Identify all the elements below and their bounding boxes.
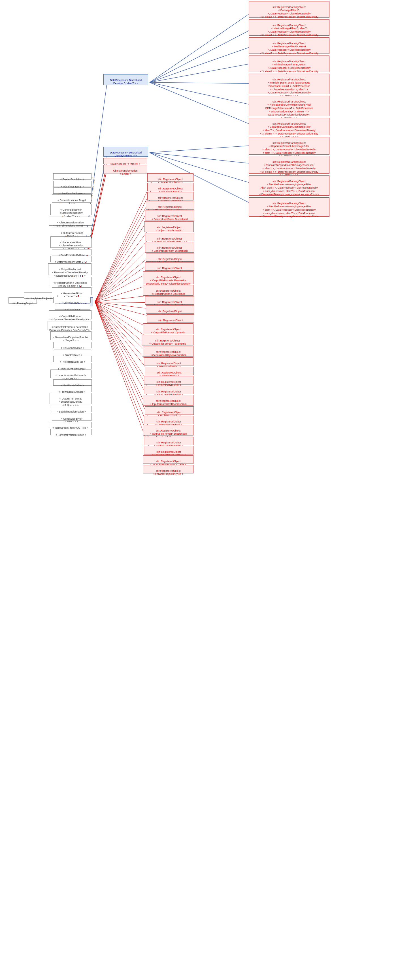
node-reg-output-file-format-data: stir::RegisteredObject < OutputFileForma…	[145, 233, 194, 241]
node-generalised-objective-function: < GeneralisedObjectiveFunction < TargetT…	[50, 331, 91, 340]
node-parsing-nonseparable-convolution: stir::RegisteredParsingObject < Nonsepar…	[249, 96, 329, 116]
node-scatter-simulation: < ScatterSimulation >	[53, 173, 91, 180]
node-output-file-format-discretised-3float: < OutputFileFormat < DiscretisedDensity …	[49, 393, 91, 404]
svg-line-9	[150, 63, 255, 83]
svg-line-33	[95, 295, 153, 302]
node-object-transformation-numdim: < ObjectTransformation < num_dimensions,…	[49, 216, 92, 226]
node-back-projector-by-bin: < BackProjectorByBin >	[52, 249, 91, 255]
node-generalised-prior-discretised: < GeneralisedPrior < DiscretisedDensity …	[50, 204, 91, 215]
svg-line-43	[95, 302, 149, 384]
node-bin-normalisation: < BinNormalisation >	[53, 342, 91, 348]
connections-svg	[0, 0, 415, 980]
node-reg-back-projector-by-bin: stir::RegisteredObject < BackProjectorBy…	[146, 253, 194, 262]
node-reg-output-file-format-parametric-discdenst: stir::RegisteredObject < OutputFileForma…	[142, 335, 193, 345]
node-reg-generalised-prior-data: stir::RegisteredObject < GeneralisedPrio…	[144, 446, 193, 455]
node-reg-output-file-format-parametric: stir::RegisteredObject < OutputFileForma…	[143, 271, 193, 284]
node-reg-reconstruction-target: stir::RegisteredObject < Reconstruction<…	[146, 201, 194, 210]
node-parsing-multiply-plane-scale: stir::RegisteredParsingObject < multiply…	[249, 74, 329, 94]
svg-line-37	[95, 302, 148, 327]
node-reconstruction-target: < Reconstruction< Target T > >	[52, 194, 91, 203]
node-shape3d: < Shape3D >	[55, 304, 90, 310]
node-reg-kinetic-model: stir::RegisteredObject < KineticModel >	[146, 305, 194, 314]
node-output-file-format-parametric-discdenst: < OutputFileFormat< Parametric Discretis…	[48, 321, 91, 330]
svg-line-48	[95, 302, 150, 431]
node-reg-input-stream-from-root: stir::RegisteredObject < InputStreamFrom…	[143, 455, 193, 464]
node-reg-rigid-object-3d-motion: stir::RegisteredObject < RigidObject3DMo…	[144, 386, 193, 394]
node-reg-scatter-simulation: stir::RegisteredObject < ScatterSimulati…	[147, 173, 193, 182]
node-proj-matrix-by-densel: < ProjMatrixByDensel >	[52, 386, 91, 392]
node-parsing-truncate-to-cylindrical: stir::RegisteredParsingObject < Truncate…	[249, 156, 329, 173]
node-parsing-minimal-image-filter: stir::RegisteredParsingObject < MinimalI…	[249, 56, 329, 72]
node-parsing-modified-inverse-averaging: stir::RegisteredParsingObject < Modified…	[249, 175, 329, 196]
node-kinetic-model: < KineticModel >	[53, 297, 91, 303]
node-reg-proj-data-rebinning: stir::RegisteredObject < ProjDataRebinni…	[147, 192, 193, 200]
node-generalised-prior-target: < GeneralisedPrior < TargetT > >	[52, 287, 91, 295]
node-proj-data-rebinning: < ProjDataRebinning >	[53, 188, 91, 194]
node-reg-spatial-transformation: stir::RegisteredObject < SpatialTransfor…	[144, 437, 193, 445]
node-reg-output-file-format-dynamic: stir::RegisteredObject < OutputFileForma…	[143, 323, 193, 334]
node-singles-rates: < SinglesRates >	[54, 349, 91, 355]
node-data-processor-target: DataProcessor< TargetT >	[104, 158, 147, 164]
node-reg-proj-matrix-by-bin: stir::RegisteredObject < ProjMatrixByBin…	[145, 406, 194, 415]
node-reg-generalised-prior-target: stir::RegisteredObject < GeneralisedPrio…	[145, 296, 194, 305]
node-parsing-median-image-filter: stir::RegisteredParsingObject < MedianIm…	[249, 37, 329, 54]
node-reconstruction-discretised-3float: < Reconstruction< Discretised Density< 3…	[49, 277, 91, 286]
node-reg-data-processor-data: stir::RegisteredObject < DataProcessor< …	[145, 262, 194, 271]
svg-line-32	[95, 285, 149, 302]
node-rigid-object-3d-motion: < RigidObject3DMotion >	[52, 363, 91, 369]
node-reg-generalised-objective-function: stir::RegisteredObject < GeneralisedObje…	[143, 346, 193, 357]
node-output-file-format-dynamic: < OutputFileFormat < DynamicDiscretisedD…	[49, 310, 91, 320]
svg-line-36	[95, 302, 149, 316]
node-reg-output-file-format-discretised-3float: stir::RegisteredObject < OutputFileForma…	[143, 425, 193, 436]
svg-line-47	[95, 302, 151, 422]
node-reg-forward-projector-by-bin: stir::RegisteredObject < ForwardProjecto…	[143, 465, 193, 473]
node-spatial-transformation: < SpatialTransformation >	[51, 406, 91, 412]
svg-line-22	[95, 186, 153, 302]
svg-line-6	[150, 10, 255, 83]
svg-line-14	[150, 153, 255, 164]
svg-line-35	[95, 302, 153, 309]
node-data-processor-discretised-density2: DataProcessor< Discretised Density< elem…	[104, 147, 148, 157]
node-data-processor-data: < DataProcessor< DataT > >	[50, 256, 91, 262]
node-reg-input-stream-with-records: stir::RegisteredObject < InputStreamWith…	[143, 395, 193, 406]
svg-line-31	[95, 272, 149, 302]
node-parsing-modified-inverse-averaging2: stir::RegisteredParsingObject < Modified…	[249, 197, 329, 216]
node-reg-reconstruction-discretised-3float: stir::RegisteredObject < Reconstruction<…	[143, 285, 193, 296]
node-reg-generalised-prior-discretised-3float: stir::RegisteredObject < GeneralisedPrio…	[145, 242, 194, 253]
node-generalised-prior-discretised-3float: < GeneralisedPrior < DiscretisedDensity …	[50, 236, 91, 248]
node-output-file-format-parametric: < OutputFileFormat < ParametricDiscretis…	[48, 263, 91, 275]
node-parsing-maximal-image-filter: stir::RegisteredParsingObject < MaximalI…	[249, 19, 329, 36]
node-object-transformation-float: ObjectTransformation < 3, float >	[104, 165, 147, 174]
node-reg-bin-normalisation: stir::RegisteredObject < BinNormalisatio…	[144, 357, 193, 366]
svg-line-7	[150, 27, 255, 83]
node-reg-object-transformation-numdim: stir::RegisteredObject < ObjectTransform…	[144, 221, 194, 232]
svg-line-34	[95, 302, 153, 303]
node-reg-singles-rates: stir::RegisteredObject < SinglesRates >	[145, 367, 194, 375]
node-abs-time-interval: < AbsTimeInterval >	[53, 181, 91, 187]
svg-line-41	[95, 302, 151, 366]
node-reg-projector-by-bin-pair: stir::RegisteredObject < ProjectorByBinP…	[144, 376, 193, 385]
svg-line-12	[150, 83, 255, 126]
svg-line-38	[95, 302, 149, 339]
svg-line-11	[150, 83, 255, 106]
svg-line-8	[150, 45, 255, 83]
svg-line-50	[95, 302, 149, 448]
node-input-stream-from-root: < InputStreamFromROOTFile >	[49, 422, 91, 428]
node-forward-projector-by-bin: < ForwardProjectorByBin >	[50, 429, 91, 435]
node-reg-shape3d: stir::RegisteredObject < Shape3D >	[147, 314, 194, 323]
svg-line-10	[150, 83, 255, 84]
node-output-file-format-data: < OutputFileFormat < DataT > >	[52, 227, 91, 235]
node-proj-matrix-by-bin: < ProjMatrixByBin >	[53, 379, 92, 386]
diagram-container: stir::ParsingObject stir::RegisteredObje…	[0, 0, 415, 980]
node-reg-abs-time-interval: stir::RegisteredObject < AbsTimeInterval…	[147, 183, 193, 191]
node-parsing-separable-convolution: stir::RegisteredParsingObject < Separabl…	[249, 137, 329, 154]
node-parsing-separable-cartesian: stir::RegisteredParsingObject < Separabl…	[249, 118, 329, 135]
node-data-processor-discretised-density: DataProcessor< Discretised Density< 3, e…	[104, 74, 148, 85]
node-generalised-prior-data: < GeneralisedPrior < DataT > >	[52, 413, 91, 421]
svg-line-45	[95, 302, 151, 402]
svg-line-46	[95, 302, 149, 412]
svg-line-49	[95, 302, 149, 439]
node-reg-proj-matrix-by-densel: stir::RegisteredObject < ProjMatrixByDen…	[144, 416, 193, 424]
node-input-stream-with-records: < InputStreamWithRecords FromUPENN >	[50, 369, 91, 378]
node-projector-by-bin-pair: < ProjectorByBinPair >	[53, 356, 92, 362]
